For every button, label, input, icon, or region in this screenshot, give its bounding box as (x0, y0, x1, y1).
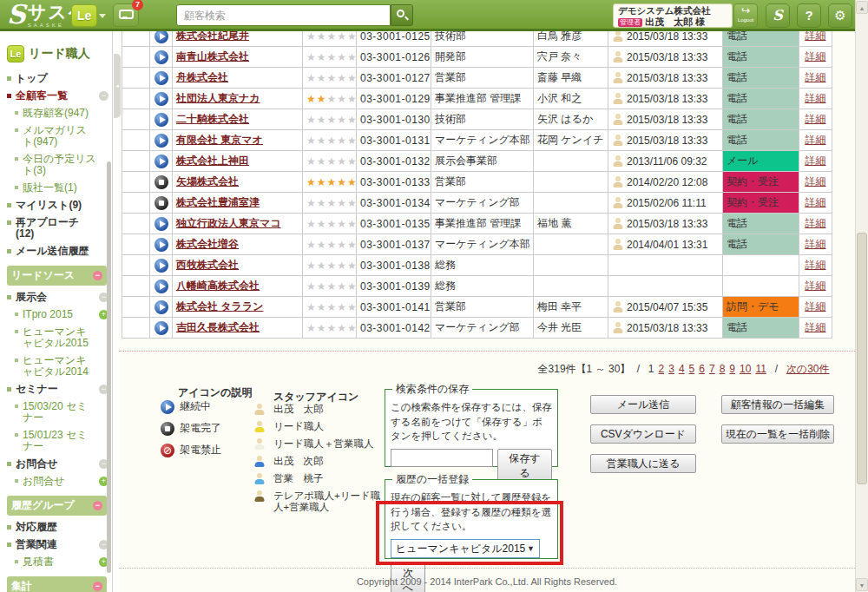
sidebar-item[interactable]: メルマガリスト(947) (15, 125, 108, 148)
page-link[interactable]: 11 (755, 363, 766, 375)
row-select-cell[interactable] (122, 89, 150, 109)
action-button[interactable]: CSVダウンロード (590, 424, 696, 444)
sidebar-section-header[interactable]: 履歴グループ− (7, 496, 107, 516)
sidebar-item[interactable]: 15/01/23 セミナー (15, 430, 108, 452)
detail-link[interactable]: 詳細 (806, 92, 826, 104)
detail-link[interactable]: 詳細 (806, 175, 826, 187)
company-link[interactable]: 矢場株式会社 (176, 175, 239, 187)
page-link[interactable]: 2 (659, 363, 665, 375)
chat-button[interactable]: 7 (113, 3, 139, 27)
collapse-minus-icon[interactable]: − (99, 91, 108, 101)
page-link[interactable]: 8 (720, 363, 726, 375)
detail-link[interactable]: 詳細 (806, 134, 826, 146)
row-select-cell[interactable] (122, 297, 150, 318)
sidebar-section-header[interactable]: リードソース− (7, 266, 107, 286)
sidebar-item[interactable]: 15/03/20 セミナー (15, 401, 108, 424)
row-select-cell[interactable] (122, 172, 150, 193)
detail-link[interactable]: 詳細 (806, 196, 826, 208)
logout-button[interactable]: ↪ Logout (733, 3, 758, 28)
company-link[interactable]: 株式会社増谷 (176, 238, 239, 250)
sidebar-item[interactable]: 再アプローチ(12) (7, 217, 108, 240)
scroll-down-arrow-icon[interactable]: ▼ (856, 578, 868, 591)
detail-link[interactable]: 詳細 (806, 259, 826, 271)
page-scrollbar[interactable]: ▲ ▼ (855, 0, 868, 592)
settings-button[interactable]: ⚙ (828, 3, 852, 28)
page-link[interactable]: 7 (709, 363, 715, 375)
company-link[interactable]: 株式会社豊浦室津 (176, 196, 260, 208)
sidebar-item[interactable]: セミナー− (7, 384, 108, 395)
action-button[interactable]: 現在の一覧を一括削除 (721, 424, 834, 444)
sidebar-section-header[interactable]: 集計− (7, 576, 107, 592)
sidebar-item[interactable]: 全顧客一覧− (7, 90, 108, 102)
company-link[interactable]: 社団法人東京ナカ (176, 92, 260, 104)
sidebar-item[interactable]: 対応履歴 (7, 522, 108, 533)
saaske-home-button[interactable]: S (766, 3, 790, 28)
row-select-cell[interactable] (122, 109, 150, 130)
row-select-cell[interactable] (122, 47, 150, 68)
company-link[interactable]: 独立行政法人東京マコ (176, 217, 281, 229)
detail-link[interactable]: 詳細 (806, 300, 826, 312)
row-select-cell[interactable] (122, 130, 150, 151)
scrollbar-thumb[interactable] (857, 233, 867, 484)
company-link[interactable]: 二十騎株式会社 (176, 113, 249, 125)
detail-link[interactable]: 詳細 (806, 31, 826, 42)
page-link[interactable]: 10 (740, 363, 751, 375)
page-link[interactable]: 5 (689, 363, 695, 375)
company-link[interactable]: 西牧株式会社 (176, 259, 239, 271)
detail-link[interactable]: 詳細 (806, 280, 826, 292)
row-select-cell[interactable] (122, 234, 150, 255)
sidebar-scrollbar[interactable] (107, 161, 111, 573)
page-link[interactable]: 4 (679, 363, 685, 375)
company-link[interactable]: 南青山株式会社 (176, 50, 249, 62)
detail-link[interactable]: 詳細 (806, 321, 826, 333)
company-link[interactable]: 株式会社紀尾井 (176, 31, 249, 42)
save-name-input[interactable] (391, 449, 493, 467)
sidebar-item[interactable]: ヒューマンキャピタル2015 (15, 326, 108, 349)
search-button[interactable] (391, 4, 413, 26)
sidebar-item[interactable]: マイリスト(9) (7, 200, 108, 211)
sidebar-item[interactable]: 今日の予定リスト(3) (15, 154, 108, 176)
help-button[interactable]: ? (797, 3, 821, 28)
company-link[interactable]: 株式会社 タララン (176, 300, 263, 312)
sidebar-item[interactable]: トップ (7, 73, 108, 84)
action-button[interactable]: 顧客情報の一括編集 (721, 395, 834, 414)
sidebar-item[interactable]: ITpro 2015+ (15, 309, 108, 320)
company-link[interactable]: 舟株式会社 (176, 71, 228, 83)
row-select-cell[interactable] (122, 151, 150, 172)
sidebar-item[interactable]: メール送信履歴 (7, 246, 108, 257)
row-select-cell[interactable] (122, 31, 150, 47)
page-link[interactable]: 9 (729, 363, 735, 375)
sidebar-item[interactable]: 既存顧客(947) (15, 108, 108, 119)
row-select-cell[interactable] (122, 193, 150, 214)
collapse-minus-icon[interactable]: − (93, 501, 102, 510)
action-button[interactable]: メール送信 (590, 395, 696, 414)
row-select-cell[interactable] (122, 255, 150, 276)
detail-link[interactable]: 詳細 (806, 50, 826, 62)
collapse-minus-icon[interactable]: − (93, 582, 102, 591)
row-select-cell[interactable] (122, 318, 150, 339)
sidebar-item[interactable]: お問合せ− (7, 458, 108, 470)
action-button[interactable]: 営業職人に送る (590, 454, 696, 473)
le-product-button[interactable]: Le (71, 4, 97, 27)
detail-link[interactable]: 詳細 (806, 238, 826, 250)
company-link[interactable]: 株式会社上神田 (176, 155, 249, 167)
row-select-cell[interactable] (122, 214, 150, 234)
sidebar-item[interactable]: ヒューマンキャピタル2014 (15, 355, 108, 378)
page-link[interactable]: 6 (699, 363, 705, 375)
row-select-cell[interactable] (122, 276, 150, 297)
sidebar-item[interactable]: 販社一覧(1) (15, 182, 108, 194)
sidebar-item[interactable]: 展示会− (7, 292, 108, 303)
chevron-down-icon[interactable] (99, 14, 106, 18)
sidebar-collapse-handle[interactable]: ◂ (114, 54, 121, 118)
detail-link[interactable]: 詳細 (806, 113, 826, 125)
sidebar-item[interactable]: 見積書+ (15, 556, 108, 568)
company-link[interactable]: 吉田久長株式会社 (176, 321, 260, 333)
company-link[interactable]: 八幡崎高株式会社 (176, 280, 260, 292)
detail-link[interactable]: 詳細 (806, 71, 826, 83)
company-link[interactable]: 有限会社 東京マオ (176, 134, 263, 146)
detail-link[interactable]: 詳細 (806, 217, 826, 229)
next-page-link[interactable]: 次の30件 (786, 363, 830, 375)
page-link[interactable]: 3 (668, 363, 674, 375)
sidebar-item[interactable]: 営業関連− (7, 539, 108, 550)
customer-search-input[interactable] (176, 4, 391, 26)
